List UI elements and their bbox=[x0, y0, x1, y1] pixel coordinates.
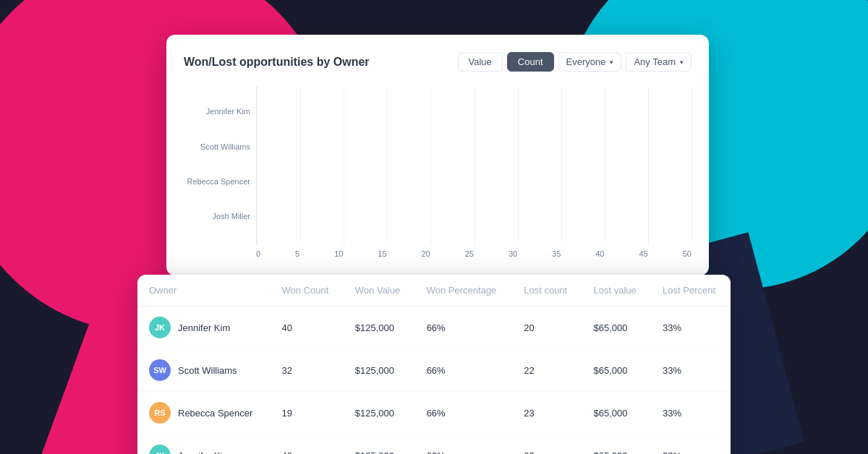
col-owner: Owner bbox=[137, 275, 271, 307]
col-lost-pct: Lost Percent bbox=[651, 275, 731, 307]
cell-owner-2: RS Rebecca Spencer bbox=[137, 392, 271, 434]
table-body: JK Jennifer Kim 40 $125,000 66% 20 $65,0… bbox=[137, 307, 731, 455]
cell-lost-count-0: 20 bbox=[512, 307, 582, 349]
avatar-1: SW bbox=[149, 359, 171, 381]
cell-lost-value-2: $65,000 bbox=[582, 392, 652, 434]
owner-name-3: Jennifer Kim bbox=[178, 450, 230, 455]
cell-owner-3: JK Jennifer Kim bbox=[137, 434, 271, 455]
table-header: Owner Won Count Won Value Won Percentage… bbox=[137, 275, 731, 307]
avatar-3: JK bbox=[149, 445, 171, 454]
cell-won-pct-3: 66% bbox=[415, 434, 513, 455]
cell-lost-count-1: 22 bbox=[512, 349, 582, 392]
x-label-2: 10 bbox=[334, 249, 343, 258]
table-card: Owner Won Count Won Value Won Percentage… bbox=[137, 275, 731, 454]
chart-title: Won/Lost opportunities by Owner bbox=[184, 56, 370, 69]
table-row: JK Jennifer Kim 40 $125,000 66% 20 $65,0… bbox=[137, 307, 731, 349]
chart-header: Won/Lost opportunities by Owner Value Co… bbox=[184, 52, 692, 72]
gridline-0 bbox=[257, 86, 258, 245]
avatar-2: RS bbox=[149, 402, 171, 424]
chevron-down-icon: ▾ bbox=[610, 59, 613, 66]
x-label-10: 50 bbox=[683, 249, 692, 258]
col-won-pct: Won Percentage bbox=[415, 275, 513, 307]
x-label-8: 40 bbox=[595, 249, 604, 258]
cell-lost-count-2: 23 bbox=[512, 392, 582, 434]
cell-lost-count-3: 20 bbox=[512, 434, 582, 455]
x-label-1: 5 bbox=[295, 249, 299, 258]
col-lost-count: Lost count bbox=[512, 275, 582, 307]
gridline-5 bbox=[475, 86, 475, 245]
cell-won-value-1: $125,000 bbox=[344, 349, 415, 392]
table-row: JK Jennifer Kim 40 $125,000 66% 20 $65,0… bbox=[137, 434, 731, 455]
cell-won-count-0: 40 bbox=[271, 307, 344, 349]
chart-plot: Jennifer Kim Scott Williams Rebecca Spen… bbox=[184, 86, 692, 245]
cell-won-pct-1: 66% bbox=[415, 349, 513, 392]
count-filter-btn[interactable]: Count bbox=[507, 52, 554, 72]
x-label-6: 30 bbox=[509, 249, 517, 258]
x-label-5: 25 bbox=[465, 249, 474, 258]
y-label-1: Scott Williams bbox=[200, 142, 250, 151]
owner-name-0: Jennifer Kim bbox=[178, 322, 230, 333]
y-label-3: Josh Miller bbox=[212, 212, 250, 220]
owner-name-1: Scott Williams bbox=[178, 365, 237, 376]
header-row: Owner Won Count Won Value Won Percentage… bbox=[137, 275, 731, 307]
gridline-4 bbox=[430, 86, 431, 245]
col-lost-value: Lost value bbox=[582, 275, 652, 307]
owner-name-2: Rebecca Spencer bbox=[178, 408, 252, 419]
cell-lost-value-3: $65,000 bbox=[582, 434, 652, 455]
cell-lost-pct-2: 33% bbox=[651, 392, 731, 434]
x-label-3: 15 bbox=[378, 249, 386, 258]
chart-body: Jennifer Kim Scott Williams Rebecca Spen… bbox=[184, 86, 692, 258]
cell-won-pct-0: 66% bbox=[415, 307, 513, 349]
cell-owner-0: JK Jennifer Kim bbox=[137, 307, 271, 349]
cell-lost-value-0: $65,000 bbox=[582, 307, 652, 349]
gridline-1 bbox=[300, 86, 301, 245]
cell-won-value-3: $125,000 bbox=[344, 434, 415, 455]
bars-area bbox=[256, 86, 692, 245]
gridline-6 bbox=[518, 86, 519, 245]
gridline-9 bbox=[648, 86, 649, 245]
value-filter-btn[interactable]: Value bbox=[458, 52, 503, 72]
cell-won-count-1: 32 bbox=[271, 349, 344, 392]
cell-owner-1: SW Scott Williams bbox=[137, 349, 271, 392]
x-label-0: 0 bbox=[256, 249, 260, 258]
chart-card: Won/Lost opportunities by Owner Value Co… bbox=[166, 35, 709, 275]
gridline-8 bbox=[605, 86, 605, 245]
cell-won-pct-2: 66% bbox=[415, 392, 513, 434]
gridline-7 bbox=[561, 86, 562, 245]
col-won-value: Won Value bbox=[344, 275, 415, 307]
data-table: Owner Won Count Won Value Won Percentage… bbox=[137, 275, 731, 454]
cell-lost-pct-0: 33% bbox=[651, 307, 731, 349]
gridline-2 bbox=[344, 86, 344, 245]
x-axis: 0 5 10 15 20 25 30 35 40 45 50 bbox=[256, 245, 692, 258]
x-label-9: 45 bbox=[639, 249, 647, 258]
cell-won-value-0: $125,000 bbox=[344, 307, 415, 349]
everyone-dropdown[interactable]: Everyone ▾ bbox=[558, 52, 622, 72]
col-won-count: Won Count bbox=[271, 275, 344, 307]
gridline-10 bbox=[692, 86, 692, 245]
cell-won-count-3: 40 bbox=[271, 434, 344, 455]
cell-lost-pct-1: 33% bbox=[651, 349, 731, 392]
y-label-0: Jennifer Kim bbox=[206, 107, 250, 116]
chevron-down-icon: ▾ bbox=[680, 59, 684, 66]
cell-won-value-2: $125,000 bbox=[344, 392, 415, 434]
filter-buttons: Value Count Everyone ▾ Any Team ▾ bbox=[458, 52, 692, 72]
table-row: SW Scott Williams 32 $125,000 66% 22 $65… bbox=[137, 349, 731, 392]
x-label-4: 20 bbox=[422, 249, 430, 258]
cell-lost-value-1: $65,000 bbox=[582, 349, 652, 392]
avatar-0: JK bbox=[149, 317, 171, 338]
cell-lost-pct-3: 33% bbox=[651, 434, 731, 455]
gridline-3 bbox=[387, 86, 388, 245]
table-row: RS Rebecca Spencer 19 $125,000 66% 23 $6… bbox=[137, 392, 731, 434]
any-team-dropdown[interactable]: Any Team ▾ bbox=[626, 52, 692, 72]
x-label-7: 35 bbox=[552, 249, 561, 258]
y-axis: Jennifer Kim Scott Williams Rebecca Spen… bbox=[184, 86, 256, 245]
y-label-2: Rebecca Spencer bbox=[187, 177, 250, 186]
cell-won-count-2: 19 bbox=[271, 392, 344, 434]
